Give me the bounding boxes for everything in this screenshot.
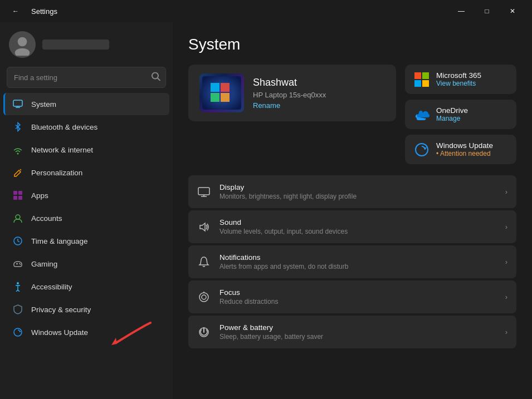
sidebar-item-accounts[interactable]: Accounts <box>3 207 169 229</box>
display-desc: Monitors, brightness, night light, displ… <box>219 193 496 200</box>
svg-rect-20 <box>211 83 219 92</box>
chevron-icon: › <box>505 223 507 231</box>
device-model: HP Laptop 15s-eq0xxx <box>253 91 385 99</box>
windows-update-icon <box>12 327 23 338</box>
sidebar-item-network[interactable]: Network & internet <box>3 139 169 161</box>
microsoft365-card[interactable]: Microsoft 365 View benefits <box>405 65 516 94</box>
svg-rect-9 <box>18 196 22 200</box>
title-bar: ← Settings — □ ✕ <box>0 0 532 22</box>
svg-rect-2 <box>13 100 22 106</box>
onedrive-card[interactable]: OneDrive Manage <box>405 100 516 129</box>
sidebar-item-label: Windows Update <box>31 328 88 337</box>
microsoft365-sub[interactable]: View benefits <box>436 80 507 87</box>
sidebar-item-privacy[interactable]: Privacy & security <box>3 298 169 321</box>
sidebar-item-accessibility[interactable]: Accessibility <box>3 275 169 298</box>
sidebar-item-apps[interactable]: Apps <box>3 184 169 206</box>
notifications-text: Notifications Alerts from apps and syste… <box>219 253 496 270</box>
minimize-button[interactable]: — <box>448 2 474 20</box>
onedrive-icon <box>414 107 429 122</box>
sidebar-item-windows-update[interactable]: Windows Update <box>3 321 169 343</box>
chevron-icon: › <box>505 328 507 336</box>
svg-point-1 <box>15 48 30 56</box>
sidebar-item-system[interactable]: System <box>3 93 169 115</box>
focus-title: Focus <box>219 288 496 297</box>
power-icon <box>197 326 211 339</box>
svg-rect-6 <box>13 191 17 195</box>
windows-update-side-icon <box>414 142 429 157</box>
sidebar-item-label: Bluetooth & devices <box>31 123 97 131</box>
sidebar-item-personalization[interactable]: Personalization <box>3 161 169 184</box>
svg-rect-8 <box>13 196 17 200</box>
chevron-icon: › <box>505 188 507 196</box>
svg-rect-29 <box>198 188 209 195</box>
sidebar-nav: System Bluetooth & devices <box>0 92 173 344</box>
svg-rect-23 <box>221 93 230 102</box>
device-info: Shashwat HP Laptop 15s-eq0xxx Rename <box>253 77 385 110</box>
network-icon <box>12 144 23 155</box>
svg-point-17 <box>14 328 22 336</box>
microsoft365-title: Microsoft 365 <box>436 71 507 80</box>
svg-point-16 <box>17 282 19 284</box>
sound-text: Sound Volume levels, output, input, soun… <box>219 218 496 235</box>
svg-rect-24 <box>414 72 421 79</box>
settings-list: Display Monitors, brightness, night ligh… <box>188 175 516 348</box>
sidebar-item-bluetooth[interactable]: Bluetooth & devices <box>3 116 169 138</box>
power-title: Power & battery <box>219 323 496 332</box>
svg-rect-22 <box>211 93 219 102</box>
sidebar-item-label: Personalization <box>31 169 82 177</box>
close-button[interactable]: ✕ <box>500 2 525 20</box>
time-icon <box>12 235 23 247</box>
page-title: System <box>188 36 516 53</box>
top-cards: Shashwat HP Laptop 15s-eq0xxx Rename <box>188 65 516 164</box>
app-container: System Bluetooth & devices <box>0 22 532 399</box>
apps-icon <box>12 190 23 201</box>
main-content: System <box>173 22 532 399</box>
svg-rect-25 <box>422 72 429 79</box>
windows-update-card[interactable]: Windows Update Attention needed <box>405 135 516 164</box>
search-container <box>7 67 166 88</box>
sidebar-item-label: Privacy & security <box>31 306 91 314</box>
sound-desc: Volume levels, output, input, sound devi… <box>219 228 496 235</box>
settings-item-display[interactable]: Display Monitors, brightness, night ligh… <box>188 175 516 208</box>
avatar <box>9 31 36 58</box>
windows-update-sub[interactable]: Attention needed <box>436 150 507 157</box>
sidebar-item-label: Apps <box>31 191 48 200</box>
gaming-icon <box>12 258 23 269</box>
settings-item-focus[interactable]: Focus Reduce distractions › <box>188 280 516 313</box>
sidebar-item-time[interactable]: Time & language <box>3 230 169 252</box>
personalization-icon <box>12 167 23 178</box>
maximize-button[interactable]: □ <box>474 2 500 20</box>
window-controls: — □ ✕ <box>448 2 525 20</box>
sound-icon <box>197 220 211 234</box>
sidebar-item-label: Network & internet <box>31 146 93 154</box>
settings-item-notifications[interactable]: Notifications Alerts from apps and syste… <box>188 245 516 278</box>
focus-icon <box>197 290 211 304</box>
user-profile <box>0 22 173 65</box>
onedrive-info: OneDrive Manage <box>436 106 507 122</box>
onedrive-sub[interactable]: Manage <box>436 115 507 122</box>
settings-item-power[interactable]: Power & battery Sleep, battery usage, ba… <box>188 316 516 348</box>
onedrive-title: OneDrive <box>436 106 507 115</box>
sidebar-item-label: System <box>31 100 56 109</box>
sidebar-item-label: Gaming <box>31 260 57 268</box>
settings-item-sound[interactable]: Sound Volume levels, output, input, soun… <box>188 210 516 243</box>
rename-link[interactable]: Rename <box>253 101 385 110</box>
device-image <box>199 73 244 112</box>
svg-rect-21 <box>221 83 230 92</box>
sidebar-item-gaming[interactable]: Gaming <box>3 253 169 275</box>
right-cards: Microsoft 365 View benefits OneDrive <box>405 65 516 164</box>
search-input[interactable] <box>7 67 166 88</box>
privacy-icon <box>12 304 23 315</box>
sidebar: System Bluetooth & devices <box>0 22 173 399</box>
system-icon <box>12 98 23 110</box>
accessibility-icon <box>12 281 23 292</box>
focus-text: Focus Reduce distractions <box>219 288 496 306</box>
svg-point-15 <box>20 264 21 265</box>
back-button[interactable]: ← <box>7 2 25 20</box>
bluetooth-icon <box>12 121 23 132</box>
display-text: Display Monitors, brightness, night ligh… <box>219 183 496 200</box>
notifications-title: Notifications <box>219 253 496 262</box>
svg-point-14 <box>19 263 20 264</box>
microsoft365-info: Microsoft 365 View benefits <box>436 71 507 87</box>
power-desc: Sleep, battery usage, battery saver <box>219 333 496 341</box>
